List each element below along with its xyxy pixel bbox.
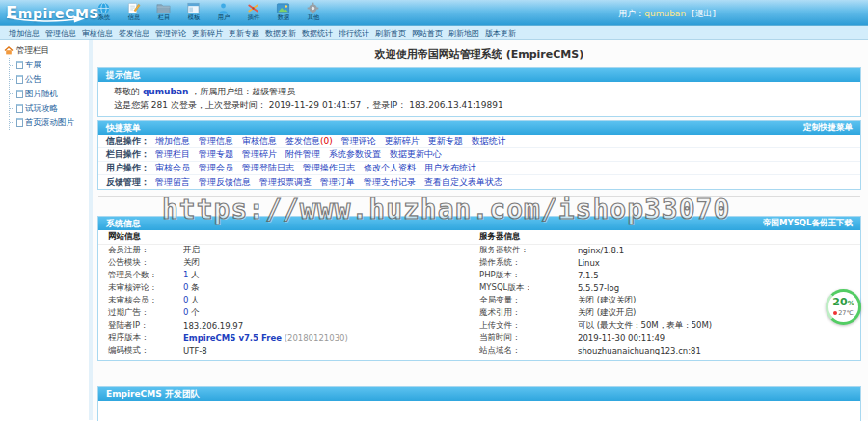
nav-other[interactable]: 其他 [298,1,328,25]
quick-menu-link[interactable]: 管理专题 [199,148,233,161]
quick-menu-link[interactable]: 数据统计 [472,135,506,147]
logo-swoosh [6,15,87,24]
plugin-icon [246,1,260,14]
sidebar-tree: 车展公告图片随机试玩攻略首页滚动图片 [9,58,88,130]
quick-menu-link[interactable]: 增加信息 [155,135,190,147]
sidebar-item[interactable]: 图片随机 [10,87,88,101]
nav-plugins[interactable]: 插件 [238,1,268,25]
quick-menu-row: 用户操作：审核会员管理会员管理登陆日志管理操作日志修改个人资料用户发布统计 [98,162,860,175]
nav-info[interactable]: 信息 [119,1,149,25]
info-label: 登陆者IP： [98,319,183,331]
quick-menu-link[interactable]: 管理评论 [341,135,376,147]
folder-icon [156,1,171,14]
tip-line-user: 尊敬的 qumuban ，所属用户组：超级管理员 [114,85,851,98]
tip-panel-title: 提示信息 [106,69,141,82]
quick-menu-link[interactable]: 更新碎片 [385,135,420,147]
quickbar-link[interactable]: 排行统计 [339,28,369,39]
quickbar-link[interactable]: 签发信息 [119,28,149,39]
quickbar-link[interactable]: 刷新首页 [375,28,406,39]
quick-menu-link[interactable]: 用户发布统计 [424,162,476,174]
info-label: 站点域名： [470,344,578,356]
quickbar-link[interactable]: 审核信息 [82,28,113,39]
quick-menu-row-label: 用户操作： [106,162,149,174]
quick-menu-link[interactable]: 管理订单 [320,176,355,189]
info-value: EmpireCMS v7.5 Free (20180121030) [183,331,470,344]
quick-menu-link[interactable]: 管理碎片 [242,148,277,161]
quick-menu-link[interactable]: 数据更新中心 [390,148,442,161]
info-value: 开启 [183,244,470,256]
topbar: EEmpireCMSmpireCMS 系统 信息 栏目 模板 [0,0,868,26]
info-label: PHP版本： [470,269,578,281]
quickbar-link[interactable]: 刷新地图 [448,28,479,39]
quickbar-link[interactable]: 更新专题 [229,28,259,39]
sidebar-item[interactable]: 试玩攻略 [10,101,88,116]
sidebar-item[interactable]: 首页滚动图片 [10,116,88,130]
username: qumuban [644,9,686,18]
nav-templates[interactable]: 模板 [178,1,208,25]
table-row: 未审核会员：0 人全局变量：关闭 (建议关闭) [98,294,860,306]
info-value: shouzhuanaichuang123.cn:81 [578,344,860,356]
quick-menu-link[interactable]: 查看自定义表单状态 [424,176,502,189]
quick-menu-link[interactable]: 修改个人资料 [364,162,416,174]
info-label: 程序版本： [98,331,183,344]
document-icon [16,118,23,127]
info-value: UTF-8 [183,344,470,356]
quick-menu-link[interactable]: 附件管理 [285,148,320,161]
sidebar-tree-root[interactable]: 管理栏目 [4,45,88,57]
quick-menu-row: 反馈管理：管理留言管理反馈信息管理投票调查管理订单管理支付记录查看自定义表单状态 [98,175,860,189]
quick-menu-link[interactable]: 管理留言 [155,176,190,189]
info-label: 全局变量： [470,294,578,306]
customize-quick-menu-link[interactable]: 定制快捷菜单 [803,122,853,134]
tip-line-login: 这是您第 281 次登录，上次登录时间： 2019-11-29 01:41:57… [114,98,851,112]
info-label: 过期广告： [98,306,183,319]
nav-columns[interactable]: 栏目 [149,1,178,25]
sidebar-root-label: 管理栏目 [16,45,49,57]
nav-data[interactable]: 数据 [268,1,298,25]
quick-menu-link[interactable]: 管理操作日志 [303,162,355,174]
edit-icon [126,1,141,14]
quickbar-link[interactable]: 管理信息 [45,28,76,39]
quick-menu-link[interactable]: 管理投票调查 [259,176,312,189]
quick-menu-link[interactable]: 管理信息 [199,135,233,147]
divider [98,196,860,197]
quick-menu-link[interactable]: 管理会员 [199,162,233,174]
info-label: 未审核评论： [98,281,183,294]
quickbar-link[interactable]: 更新碎片 [192,28,223,39]
info-label: 公告模块： [98,256,183,269]
sidebar-item[interactable]: 公告 [10,72,88,87]
version-link[interactable]: EmpireCMS v7.5 Free [183,333,282,343]
quick-menu-row: 栏目操作：管理栏目管理专题管理碎片附件管理系统参数设置数据更新中心 [98,148,860,162]
quickbar-link[interactable]: 数据更新 [265,28,296,39]
info-value: 0 个 [183,306,470,319]
tip-panel-body: 尊敬的 qumuban ，所属用户组：超级管理员 这是您第 281 次登录，上次… [98,82,860,116]
table-row: 会员注册：开启服务器软件：nginx/1.8.1 [98,244,860,256]
quickbar-link[interactable]: 数据统计 [302,28,333,39]
quick-menu-link[interactable]: 审核会员 [155,162,190,174]
nav-users[interactable]: 用户 [208,1,238,25]
info-value: Linux [578,256,860,269]
quick-menu-link[interactable]: 管理登陆日志 [242,162,294,174]
document-icon [16,75,23,84]
quick-menu-link[interactable]: 更新专题 [428,135,463,147]
quick-menu-link[interactable]: 管理栏目 [155,148,190,161]
document-icon [16,104,23,113]
quickbar-link[interactable]: 版本更新 [485,28,516,39]
quick-menu-link[interactable]: 签发信息(0) [285,135,333,147]
team-panel: EmpireCMS 开发团队 [97,386,861,421]
percent-badge[interactable]: 20% 27℃ [826,289,861,325]
quickbar-link[interactable]: 增加信息 [9,28,40,39]
quick-menu-link[interactable]: 管理支付记录 [364,176,416,189]
quick-menu-link[interactable]: 审核信息 [242,135,277,147]
table-row: 公告模块：关闭操作系统：Linux [98,256,860,269]
sysinfo-table: 网站信息服务器信息会员注册：开启服务器软件：nginx/1.8.1公告模块：关闭… [98,231,860,356]
quick-menu-link[interactable]: 系统参数设置 [329,148,381,161]
table-row: 程序版本：EmpireCMS v7.5 Free (20180121030)当前… [98,331,860,344]
mysql-backup-link[interactable]: 帝国MYSQL备份王下载 [763,218,853,229]
quickbar-link[interactable]: 管理评论 [155,28,186,39]
quick-menu-link[interactable]: 管理反馈信息 [199,176,251,189]
info-label: 魔术引用： [470,306,578,319]
logout-link[interactable]: [退出] [692,9,716,18]
sidebar-item[interactable]: 车展 [10,58,88,72]
table-row: 编码模式：UTF-8站点域名：shouzhuanaichuang123.cn:8… [98,344,860,356]
quickbar-link[interactable]: 网站首页 [412,28,443,39]
